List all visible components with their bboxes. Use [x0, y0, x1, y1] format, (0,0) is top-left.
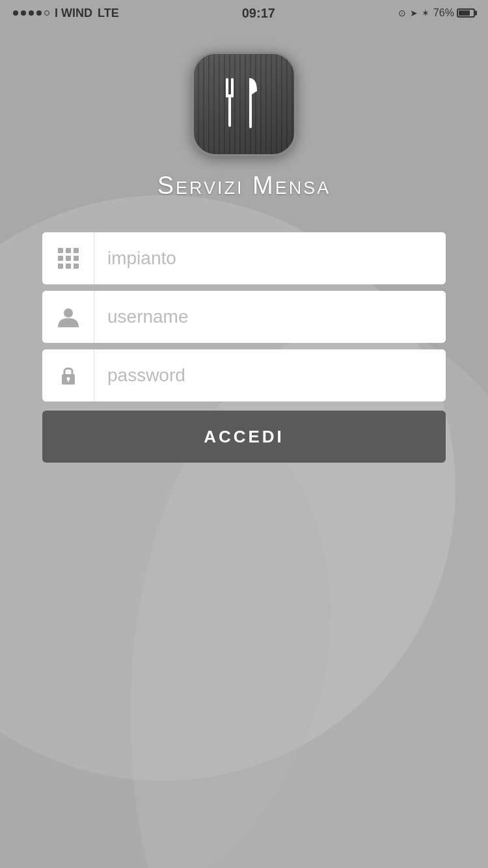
app-icon: [192, 52, 296, 156]
login-form: Accedi: [42, 232, 446, 463]
svg-rect-3: [228, 94, 231, 127]
password-input[interactable]: [94, 349, 446, 401]
svg-rect-6: [74, 248, 79, 253]
battery-icon: [457, 8, 475, 18]
signal-dot-2: [21, 10, 26, 16]
username-icon-area: [42, 291, 94, 343]
battery-fill: [459, 10, 470, 16]
username-field-row: [42, 291, 446, 343]
status-bar: I WIND LTE 09:17 ⊙ ➤ ✶ 76%: [0, 0, 488, 26]
impianto-input[interactable]: [94, 232, 446, 284]
signal-dot-5: [44, 10, 49, 16]
lock-icon: ⊙: [398, 8, 406, 18]
fork-knife-icon: [211, 72, 277, 137]
app-title: Servizi Mensa: [157, 172, 331, 200]
battery-label: 76%: [433, 7, 454, 19]
impianto-icon-area: [42, 232, 94, 284]
signal-indicator: [13, 10, 49, 16]
user-icon: [57, 305, 80, 329]
svg-rect-4: [58, 248, 63, 253]
svg-rect-12: [74, 264, 79, 269]
main-content: Servizi Mensa: [0, 26, 488, 463]
network-type-label: LTE: [98, 7, 119, 20]
impianto-field-row: [42, 232, 446, 284]
location-icon: ➤: [410, 8, 418, 18]
carrier-label: I WIND: [55, 7, 92, 20]
svg-rect-9: [74, 256, 79, 261]
svg-rect-7: [58, 256, 63, 261]
svg-rect-10: [58, 264, 63, 269]
svg-point-13: [64, 308, 73, 318]
status-right: ⊙ ➤ ✶ 76%: [398, 7, 475, 19]
bluetooth-icon: ✶: [422, 8, 429, 18]
lock-icon: [57, 364, 80, 387]
signal-dot-1: [13, 10, 18, 16]
svg-rect-8: [66, 256, 71, 261]
signal-dot-4: [36, 10, 42, 16]
time-label: 09:17: [242, 6, 275, 21]
icon-utensils: [211, 72, 277, 137]
status-left: I WIND LTE: [13, 7, 119, 20]
password-icon-area: [42, 349, 94, 401]
svg-rect-11: [66, 264, 71, 269]
battery-indicator: 76%: [433, 7, 475, 19]
password-field-row: [42, 349, 446, 401]
username-input[interactable]: [94, 291, 446, 343]
grid-icon: [57, 247, 80, 270]
svg-rect-16: [68, 379, 69, 382]
svg-rect-5: [66, 248, 71, 253]
login-button[interactable]: Accedi: [42, 411, 446, 463]
signal-dot-3: [29, 10, 34, 16]
